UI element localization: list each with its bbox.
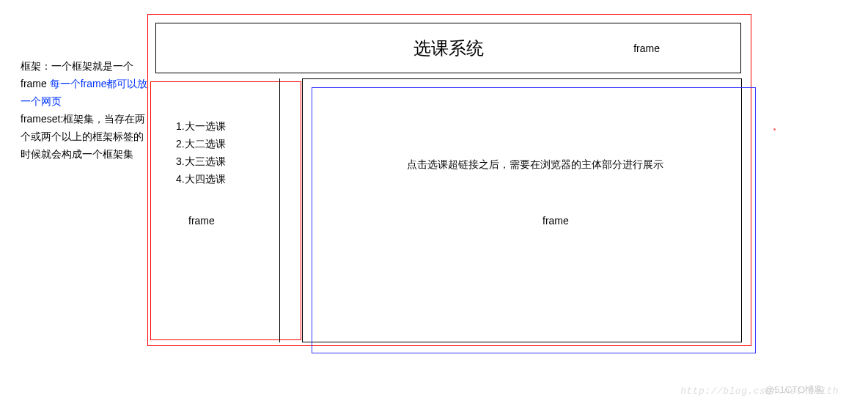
menu-item-1[interactable]: 1.大一选课 [176,117,226,135]
left-frame-label: frame [188,215,215,227]
watermark-badge: @51CTO博客 [765,383,824,397]
left-menu: 1.大一选课 2.大二选课 3.大三选课 4.大四选课 [176,117,226,188]
annotation-dot [773,128,776,131]
note-frameset-text: frameset:框架集，当存在两个或两个以上的框架标签的时候就会构成一个框架集 [21,113,145,160]
menu-item-4[interactable]: 4.大四选课 [176,170,226,188]
main-frame-highlight [312,87,756,353]
top-frame-label: frame [633,43,660,54]
menu-item-2[interactable]: 2.大二选课 [176,135,226,153]
main-frame-label: frame [542,215,569,227]
top-frame: 选课系统 frame [155,23,741,73]
explanation-notes: 框架：一个框架就是一个 frame 每一个frame都可以放一个网页 frame… [21,57,152,163]
page-title: 选课系统 [413,37,484,60]
note-line-1b: frame [21,78,47,89]
menu-item-3[interactable]: 3.大三选课 [176,153,226,170]
note-line-1a: 框架：一个框架就是一个 [21,60,133,72]
main-body-text: 点击选课超链接之后，需要在浏览器的主体部分进行展示 [352,158,718,172]
